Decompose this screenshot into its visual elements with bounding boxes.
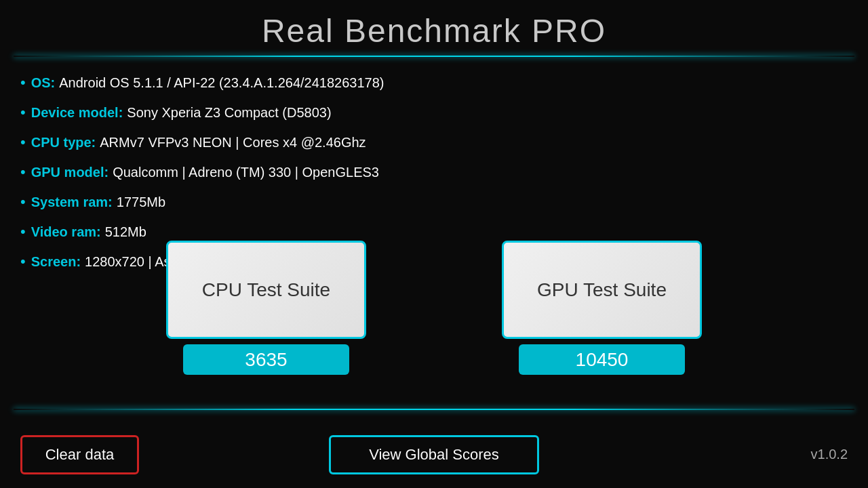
cpu-test-card[interactable]: CPU Test Suite xyxy=(166,241,366,339)
gpu-model-value: Qualcomm | Adreno (TM) 330 | OpenGLES3 xyxy=(113,159,379,186)
version-label: v1.0.2 xyxy=(811,447,848,462)
gpu-score-badge[interactable]: 10450 xyxy=(519,344,685,375)
os-row: • OS: Android OS 5.1.1 / API-22 (23.4.A.… xyxy=(20,68,384,98)
test-cards-section: CPU Test Suite 3635 GPU Test Suite 10450 xyxy=(0,241,868,375)
gpu-test-container: GPU Test Suite 10450 xyxy=(502,241,702,375)
cpu-score-badge[interactable]: 3635 xyxy=(183,344,349,375)
gpu-test-card[interactable]: GPU Test Suite xyxy=(502,241,702,339)
gpu-model-label: GPU model: xyxy=(31,159,108,186)
bullet-device-model: • xyxy=(20,98,26,127)
bottom-bar: Clear data View Global Scores xyxy=(0,435,868,474)
gpu-model-row: • GPU model: Qualcomm | Adreno (TM) 330 … xyxy=(20,157,384,187)
cpu-type-row: • CPU type: ARMv7 VFPv3 NEON | Cores x4 … xyxy=(20,127,384,157)
cpu-score-value: 3635 xyxy=(245,349,287,371)
os-value: Android OS 5.1.1 / API-22 (23.4.A.1.264/… xyxy=(59,69,384,96)
bullet-system-ram: • xyxy=(20,187,26,217)
gpu-score-value: 10450 xyxy=(576,349,629,371)
system-ram-row: • System ram: 1775Mb xyxy=(20,187,384,217)
cpu-test-container: CPU Test Suite 3635 xyxy=(166,241,366,375)
top-divider-line xyxy=(14,56,854,57)
device-model-value: Sony Xperia Z3 Compact (D5803) xyxy=(127,99,331,126)
bottom-divider-line xyxy=(14,409,854,410)
app-title: Real Benchmark PRO xyxy=(0,0,868,49)
os-label: OS: xyxy=(31,69,56,96)
cpu-type-value: ARMv7 VFPv3 NEON | Cores x4 @2.46Ghz xyxy=(100,129,366,156)
gpu-test-label: GPU Test Suite xyxy=(537,279,667,301)
bullet-gpu-model: • xyxy=(20,157,26,187)
clear-data-button[interactable]: Clear data xyxy=(20,435,139,474)
device-model-label: Device model: xyxy=(31,99,123,126)
device-model-row: • Device model: Sony Xperia Z3 Compact (… xyxy=(20,98,384,127)
bullet-cpu-type: • xyxy=(20,127,26,157)
cpu-test-label: CPU Test Suite xyxy=(202,279,330,301)
cpu-type-label: CPU type: xyxy=(31,129,96,156)
system-ram-label: System ram: xyxy=(31,188,113,216)
bullet-os: • xyxy=(20,68,26,98)
view-global-scores-button[interactable]: View Global Scores xyxy=(329,435,539,474)
system-ram-value: 1775Mb xyxy=(117,188,165,216)
